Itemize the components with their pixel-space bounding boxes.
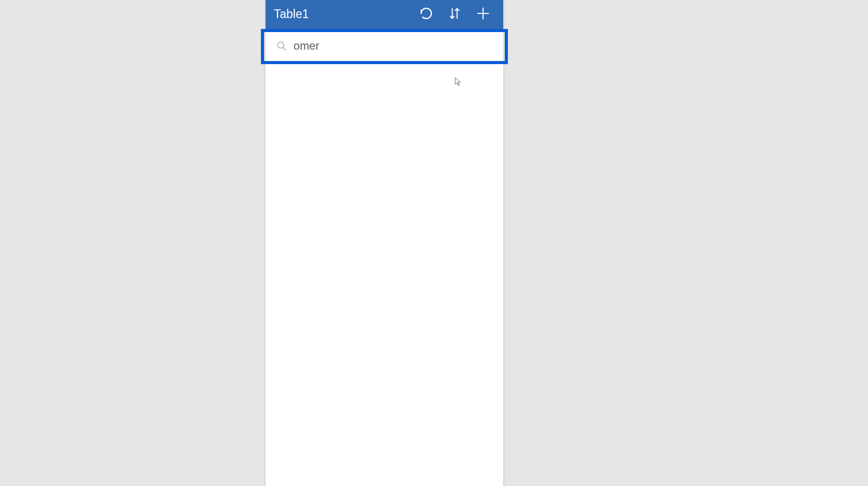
app-title: Table1 (274, 7, 412, 21)
sort-icon (447, 6, 462, 23)
plus-icon (476, 6, 490, 23)
app-header: Table1 (266, 0, 503, 28)
app-panel: Table1 (266, 0, 503, 486)
svg-line-5 (283, 48, 286, 50)
search-row (266, 28, 503, 62)
header-actions (412, 0, 497, 28)
app-stage: Table1 (8, 0, 860, 486)
search-input[interactable] (290, 39, 498, 53)
sort-button[interactable] (440, 0, 469, 28)
search-icon (273, 40, 290, 52)
search-box (271, 34, 498, 58)
add-button[interactable] (469, 0, 497, 28)
refresh-icon (419, 6, 433, 23)
refresh-button[interactable] (412, 0, 440, 28)
